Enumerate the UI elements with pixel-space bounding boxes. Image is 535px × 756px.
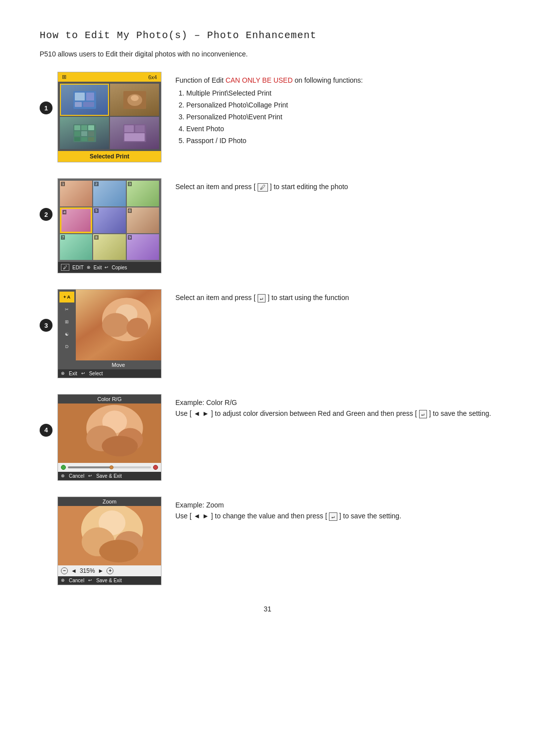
ss5-zoom-controls: – ◄ 315% ► +	[58, 565, 161, 576]
ss4-cancel-label: Cancel	[69, 473, 84, 479]
ss1-header: ⊞ 6x4	[58, 72, 161, 82]
ss2-copies-icon: ↩	[105, 265, 108, 270]
ss4-save-label: Save & Exit	[96, 473, 122, 479]
svg-rect-4	[83, 102, 94, 107]
edit-key-icon: 🖊	[258, 183, 268, 192]
ss2-cell-1: 1	[60, 181, 92, 206]
ss5-top-bar: Zoom	[58, 497, 161, 506]
svg-rect-2	[86, 93, 94, 101]
ss3-select-label: Select	[89, 371, 103, 376]
ss4-slider	[58, 463, 161, 472]
ss5-photo	[58, 506, 161, 565]
section-1-desc-text: Function of Edit CAN ONLY BE USED on fol…	[175, 75, 495, 86]
step-number-1: 1	[40, 72, 57, 114]
func-item-1: Multiple Print\Selected Print	[186, 88, 495, 100]
screenshot-4: Color R/G ⊗ Cancel ↩ Save & Exit	[57, 394, 161, 481]
ss2-copies-label: Copies	[111, 265, 127, 270]
ss2-edit-icon: 🖊	[61, 264, 69, 271]
ss3-sidebar-item-3: ⊞	[59, 316, 74, 327]
ss3-exit-label: Exit	[69, 371, 77, 376]
ss3-main: + A ✂ ⊞ ☯ D Move	[58, 290, 161, 369]
section-4: 4 Color R/G ⊗ Cancel ↩	[40, 394, 495, 481]
ss3-sidebar-item-4: ☯	[59, 329, 74, 340]
svg-rect-20	[135, 125, 145, 132]
section-4-desc-text: Use [ ◄ ► ] to adjust color diversion be…	[175, 408, 495, 419]
svg-rect-14	[88, 131, 94, 136]
ss3-sidebar-item-2: ✂	[59, 304, 74, 315]
enter-key-icon: ↵	[258, 294, 266, 302]
ss2-bottom-bar: 🖊 EDIT ⊗ Exit ↩ Copies	[58, 262, 161, 273]
section-4-description: Example: Color R/G Use [ ◄ ► ] to adjust…	[161, 394, 495, 419]
intro-text: P510 allows users to Edit their digital …	[40, 50, 495, 58]
section-3-description: Select an item and press [ ↵ ] to start …	[161, 289, 495, 303]
ss4-slider-track	[68, 466, 151, 468]
section-1-description: Function of Edit CAN ONLY BE USED on fol…	[161, 72, 495, 147]
enter-key-icon-4: ↵	[419, 410, 428, 418]
ss4-slider-fill	[68, 466, 113, 468]
svg-rect-9	[74, 125, 80, 130]
func-item-3: Personalized Photo\Event Print	[186, 111, 495, 123]
ss4-photo	[58, 403, 161, 463]
ss5-cancel-icon: ⊗	[61, 578, 65, 583]
func-item-2: Personalized Photo\Collage Print	[186, 100, 495, 111]
svg-rect-3	[75, 102, 82, 107]
step-number-5	[40, 497, 57, 526]
section-3: 3 + A ✂ ⊞ ☯ D Move	[40, 289, 495, 378]
svg-rect-10	[81, 125, 87, 130]
svg-rect-19	[124, 125, 134, 132]
ss3-sidebar: + A ✂ ⊞ ☯ D	[58, 290, 76, 369]
svg-point-25	[126, 318, 148, 338]
ss5-zoom-value: 315%	[80, 567, 95, 574]
svg-point-37	[99, 540, 138, 562]
svg-rect-21	[124, 133, 145, 141]
ss2-cell-2: 2	[93, 181, 125, 206]
ss4-slider-thumb	[109, 465, 113, 469]
ss1-label: Selected Print	[58, 151, 161, 162]
ss4-top-bar: Color R/G	[58, 395, 161, 403]
svg-rect-15	[74, 137, 80, 141]
screenshot-3: + A ✂ ⊞ ☯ D Move ⊗ Exit	[57, 289, 161, 378]
highlight-text: CAN ONLY BE USED	[225, 76, 293, 84]
ss3-select-icon: ↩	[81, 371, 85, 376]
screenshot-1: ⊞ 6x4	[57, 72, 161, 162]
ss2-grid: 1 2 3 4 5 6 7 8 9	[58, 179, 161, 262]
section-5-title: Example: Zoom	[175, 500, 495, 510]
function-list: Multiple Print\Selected Print Personaliz…	[175, 88, 495, 147]
ss1-icon: ⊞	[62, 74, 66, 80]
ss3-bottom-bar: ⊗ Exit ↩ Select	[58, 369, 161, 378]
ss2-cell-9: 9	[127, 234, 159, 260]
section-5: Zoom – ◄ 315% ► + ⊗ Cancel ↩ Save & Exit	[40, 497, 495, 585]
ss5-save-icon: ↩	[88, 578, 92, 583]
ss4-slider-dot-left	[61, 465, 66, 470]
ss3-sidebar-item-5: D	[59, 341, 74, 352]
section-5-description: Example: Zoom Use [ ◄ ► ] to change the …	[161, 497, 495, 522]
enter-key-icon-5: ↵	[329, 512, 337, 521]
step-circle-3: 3	[40, 319, 53, 332]
func-item-5: Passport / ID Photo	[186, 135, 495, 147]
ss4-cancel-icon: ⊗	[61, 473, 65, 479]
ss2-cell-4: 4	[60, 207, 92, 233]
ss1-size: 6x4	[148, 74, 157, 80]
step-number-3: 3	[40, 289, 57, 332]
page-number: 31	[40, 605, 495, 613]
ss3-sidebar-item-1: + A	[59, 292, 74, 302]
svg-rect-13	[81, 131, 87, 136]
ss1-cell-2	[110, 84, 159, 116]
section-5-desc-text: Use [ ◄ ► ] to change the value and then…	[175, 510, 495, 521]
ss2-cell-7: 7	[60, 234, 92, 260]
svg-rect-17	[88, 137, 94, 141]
section-4-title: Example: Color R/G	[175, 397, 495, 408]
ss2-cell-8: 8	[93, 234, 125, 260]
ss4-slider-dot-right	[153, 465, 158, 470]
ss3-label: Move	[76, 360, 161, 369]
svg-point-24	[102, 313, 129, 337]
screenshot-2: 1 2 3 4 5 6 7 8 9	[57, 178, 161, 273]
ss5-plus-icon: +	[107, 567, 113, 574]
svg-rect-12	[74, 131, 80, 136]
ss1-cell-4	[110, 117, 159, 149]
ss3-photo	[76, 290, 161, 360]
ss1-cell-1	[60, 84, 109, 116]
ss4-bottom-bar: ⊗ Cancel ↩ Save & Exit	[58, 472, 161, 480]
section-3-desc-text: Select an item and press [ ↵ ] to start …	[175, 292, 495, 303]
ss2-edit-label: EDIT	[72, 265, 84, 270]
